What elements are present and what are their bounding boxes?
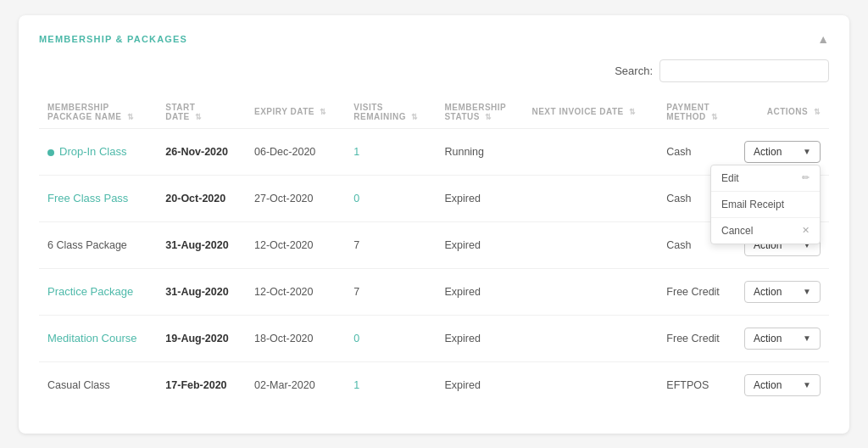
action-button[interactable]: Action▼ <box>744 281 821 303</box>
dropdown-menu-item[interactable]: Cancel✕ <box>711 218 820 244</box>
action-dropdown-menu: Edit✏Email ReceiptCancel✕ <box>710 165 821 244</box>
action-dropdown-wrapper: Action▼ <box>744 281 821 303</box>
cell-actions: Action▼Edit✏Email ReceiptCancel✕ <box>736 128 829 175</box>
table-row: Casual Class17-Feb-202002-Mar-20201Expir… <box>39 361 829 408</box>
status-dot <box>47 149 54 156</box>
cell-start-date: 26-Nov-2020 <box>157 128 246 175</box>
cell-visits-remaining: 0 <box>345 315 436 361</box>
cell-payment-method: Free Credit <box>658 268 736 315</box>
cell-start-date: 31-Aug-2020 <box>157 268 246 315</box>
cell-start-date: 31-Aug-2020 <box>157 221 246 268</box>
col-visits-remaining[interactable]: VISITSREMAINING ⇅ <box>345 96 436 129</box>
package-name-text: Meditation Course <box>47 332 137 344</box>
card-title: MEMBERSHIP & PACKAGES <box>39 34 187 44</box>
action-dropdown-wrapper: Action▼ <box>744 374 821 396</box>
cell-next-invoice-date <box>523 128 658 175</box>
start-date-text: 19-Aug-2020 <box>165 333 228 344</box>
col-actions[interactable]: ACTIONS ⇅ <box>736 96 829 129</box>
menu-item-label: Edit <box>721 172 739 184</box>
package-name-text: 6 Class Package <box>47 239 127 251</box>
col-start-date[interactable]: STARTDATE ⇅ <box>157 96 246 129</box>
cell-package-name: Free Class Pass <box>39 175 157 221</box>
cell-expiry-date: 02-Mar-2020 <box>246 361 345 408</box>
menu-item-icon: ✕ <box>802 225 810 236</box>
start-date-text: 17-Feb-2020 <box>165 379 226 391</box>
action-dropdown-wrapper: Action▼Edit✏Email ReceiptCancel✕ <box>744 141 821 163</box>
menu-item-icon: ✏ <box>802 172 810 183</box>
action-button-label: Action <box>754 379 782 391</box>
cell-expiry-date: 27-Oct-2020 <box>246 175 345 221</box>
cell-membership-status: Expired <box>436 268 523 315</box>
memberships-table: MEMBERSHIPPACKAGE NAME ⇅ STARTDATE ⇅ EXP… <box>39 96 829 408</box>
dropdown-arrow-icon: ▼ <box>803 380 811 389</box>
cell-membership-status: Expired <box>436 175 523 221</box>
col-next-invoice-date[interactable]: NEXT INVOICE DATE ⇅ <box>523 96 658 129</box>
action-button[interactable]: Action▼ <box>744 374 821 396</box>
cell-visits-remaining: 0 <box>345 175 436 221</box>
cell-start-date: 17-Feb-2020 <box>157 361 246 408</box>
action-button[interactable]: Action▼ <box>744 328 821 350</box>
col-package-name[interactable]: MEMBERSHIPPACKAGE NAME ⇅ <box>39 96 157 129</box>
cell-expiry-date: 12-Oct-2020 <box>246 221 345 268</box>
action-button-label: Action <box>754 333 782 344</box>
start-date-text: 31-Aug-2020 <box>165 239 228 251</box>
dropdown-arrow-icon: ▼ <box>803 333 811 343</box>
package-name-text: Drop-In Class <box>59 145 126 158</box>
col-payment-method[interactable]: PAYMENTMETHOD ⇅ <box>658 96 736 129</box>
collapse-icon[interactable]: ▲ <box>817 32 829 46</box>
dropdown-menu-item[interactable]: Email Receipt <box>711 192 820 218</box>
start-date-text: 31-Aug-2020 <box>165 286 228 298</box>
cell-package-name: Meditation Course <box>39 315 157 361</box>
start-date-text: 20-Oct-2020 <box>165 193 225 204</box>
cell-expiry-date: 12-Oct-2020 <box>246 268 345 315</box>
col-expiry-date[interactable]: EXPIRY DATE ⇅ <box>246 96 345 129</box>
cell-next-invoice-date <box>523 361 658 408</box>
cell-membership-status: Expired <box>436 221 523 268</box>
membership-packages-card: MEMBERSHIP & PACKAGES ▲ Search: MEMBERSH… <box>19 15 849 434</box>
menu-item-label: Email Receipt <box>721 199 784 210</box>
table-row: Meditation Course19-Aug-202018-Oct-20200… <box>39 315 829 361</box>
cell-start-date: 20-Oct-2020 <box>157 175 246 221</box>
table-row: Practice Package31-Aug-202012-Oct-20207E… <box>39 268 829 315</box>
package-name-text: Free Class Pass <box>47 192 128 204</box>
cell-actions: Action▼ <box>736 315 829 361</box>
cell-membership-status: Running <box>436 128 523 175</box>
cell-visits-remaining: 1 <box>345 361 436 408</box>
search-input[interactable] <box>659 59 829 82</box>
cell-next-invoice-date <box>523 268 658 315</box>
visits-link[interactable]: 1 <box>353 146 359 158</box>
cell-payment-method: EFTPOS <box>658 361 736 408</box>
card-header: MEMBERSHIP & PACKAGES ▲ <box>39 32 829 46</box>
package-name-text: Casual Class <box>47 379 110 391</box>
action-button-label: Action <box>754 146 782 158</box>
cell-membership-status: Expired <box>436 361 523 408</box>
cell-actions: Action▼ <box>736 361 829 408</box>
cell-start-date: 19-Aug-2020 <box>157 315 246 361</box>
cell-payment-method: Free Credit <box>658 315 736 361</box>
cell-package-name: Practice Package <box>39 268 157 315</box>
cell-visits-remaining: 7 <box>345 268 436 315</box>
action-button[interactable]: Action▼ <box>744 141 821 163</box>
cell-next-invoice-date <box>523 175 658 221</box>
action-button-label: Action <box>754 286 782 298</box>
cell-package-name: Drop-In Class <box>39 128 157 175</box>
cell-visits-remaining: 1 <box>345 128 436 175</box>
col-membership-status[interactable]: MEMBERSHIPSTATUS ⇅ <box>436 96 523 129</box>
table-header-row: MEMBERSHIPPACKAGE NAME ⇅ STARTDATE ⇅ EXP… <box>39 96 829 129</box>
cell-next-invoice-date <box>523 315 658 361</box>
table-row: Drop-In Class26-Nov-202006-Dec-20201Runn… <box>39 128 829 175</box>
cell-visits-remaining: 7 <box>345 221 436 268</box>
cell-expiry-date: 18-Oct-2020 <box>246 315 345 361</box>
visits-link[interactable]: 1 <box>353 379 359 391</box>
visits-link[interactable]: 0 <box>353 333 359 344</box>
visits-link[interactable]: 0 <box>353 193 359 204</box>
cell-package-name: 6 Class Package <box>39 221 157 268</box>
cell-package-name: Casual Class <box>39 361 157 408</box>
dropdown-arrow-icon: ▼ <box>803 147 811 156</box>
dropdown-menu-item[interactable]: Edit✏ <box>711 165 820 192</box>
start-date-text: 26-Nov-2020 <box>165 146 228 158</box>
search-label: Search: <box>615 64 653 77</box>
search-bar: Search: <box>39 59 829 82</box>
cell-actions: Action▼ <box>736 268 829 315</box>
action-dropdown-wrapper: Action▼ <box>744 328 821 350</box>
